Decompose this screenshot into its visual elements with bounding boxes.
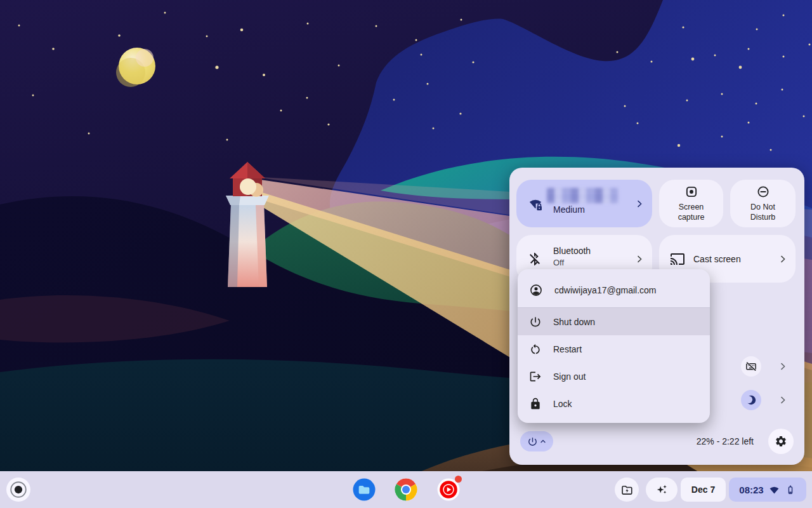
keyboard-off-icon (745, 360, 757, 373)
chevron-right-icon (634, 199, 645, 209)
do-not-disturb-tile[interactable]: Do Not Disturb (730, 180, 796, 227)
sparkle-icon (655, 483, 669, 497)
do-not-disturb-label: Do Not Disturb (738, 202, 788, 223)
menu-item-label: Sign out (553, 371, 586, 382)
status-tray-button[interactable]: 08:23 (729, 478, 806, 502)
settings-gear-icon (775, 435, 787, 448)
wifi-status: Medium (553, 204, 585, 215)
date-label: Dec 7 (691, 485, 715, 495)
power-icon (529, 316, 542, 328)
cast-icon (670, 251, 685, 267)
do-not-disturb-icon (756, 185, 770, 199)
holding-space-button[interactable] (615, 478, 639, 502)
menu-item-sign-out[interactable]: Sign out (518, 363, 710, 390)
dark-theme-icon (745, 394, 757, 406)
menu-item-shut-down[interactable]: Shut down (518, 308, 710, 335)
power-button[interactable] (520, 431, 553, 451)
launcher-icon (9, 480, 28, 499)
menu-item-lock[interactable]: Lock (518, 390, 710, 417)
shelf: Dec 7 08:23 (0, 471, 812, 508)
launcher-button[interactable] (6, 478, 30, 502)
wifi-tile[interactable]: Medium (516, 180, 652, 227)
notification-badge (455, 476, 462, 483)
quick-insert-button[interactable] (646, 478, 678, 502)
settings-button[interactable] (768, 429, 794, 454)
battery-status: 22% - 2:22 left (697, 436, 754, 446)
clock: 08:23 (739, 485, 763, 495)
keyboard-toggle-button[interactable] (741, 356, 761, 377)
desktop: Medium Screen capture Do (0, 0, 812, 508)
menu-item-label: Shut down (553, 317, 595, 327)
menu-item-label: Lock (553, 399, 572, 409)
cast-label: Cast screen (693, 254, 741, 264)
chevron-right-icon[interactable] (778, 361, 788, 371)
files-icon (351, 477, 377, 502)
account-row[interactable]: cdwiwijaya17@gmail.com (518, 273, 710, 308)
lock-icon (529, 398, 542, 410)
menu-item-label: Restart (553, 344, 582, 354)
screen-capture-label: Screen capture (667, 202, 716, 223)
dark-theme-button[interactable] (741, 390, 761, 410)
account-email: cdwiwijaya17@gmail.com (554, 285, 657, 295)
chevron-right-icon[interactable] (778, 395, 788, 405)
date-button[interactable]: Dec 7 (681, 478, 726, 502)
chevron-right-icon (778, 254, 788, 264)
menu-item-restart[interactable]: Restart (518, 335, 710, 363)
chevron-right-icon (634, 254, 645, 264)
battery-icon (785, 484, 796, 495)
screen-capture-tile[interactable]: Screen capture (659, 180, 723, 227)
wifi-lock-icon (527, 196, 544, 212)
power-menu: cdwiwijaya17@gmail.com Shut down Restart (518, 269, 710, 423)
screen-capture-icon (684, 185, 698, 199)
wifi-icon (768, 484, 780, 496)
bluetooth-label: Bluetooth (553, 245, 591, 257)
chrome-icon (393, 477, 419, 502)
folder-bolt-icon (620, 483, 634, 497)
bluetooth-status: Off (553, 257, 591, 269)
power-icon (527, 436, 538, 447)
sign-out-icon (529, 370, 542, 383)
bluetooth-off-icon (527, 251, 542, 267)
youtube-music-app-button[interactable] (436, 477, 461, 502)
wifi-ssid-redacted (547, 188, 618, 203)
restart-icon (529, 343, 542, 356)
chrome-app-button[interactable] (393, 477, 419, 502)
chevron-up-icon (539, 438, 547, 445)
account-circle-icon (529, 283, 543, 297)
files-app-button[interactable] (351, 477, 377, 502)
